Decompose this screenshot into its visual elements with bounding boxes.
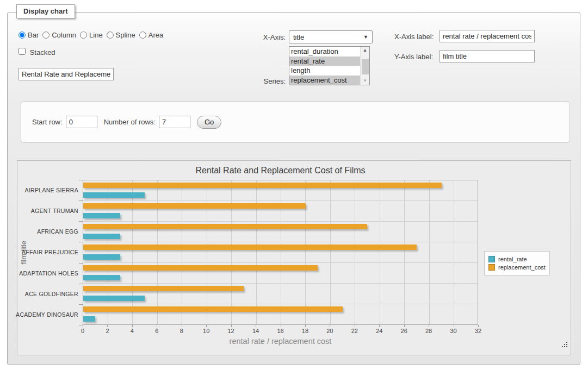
- num-rows-input[interactable]: [159, 116, 190, 128]
- chart-type-radio-input-spline[interactable]: [107, 32, 114, 39]
- chart-type-radio-input-line[interactable]: [80, 32, 87, 39]
- stacked-label-text: Stacked: [30, 48, 55, 57]
- bar-rental_rate: [83, 254, 120, 260]
- bar-replacement_cost: [83, 244, 417, 250]
- x-tick-label: 12: [228, 328, 234, 334]
- x-tick-label: 16: [277, 328, 283, 334]
- category-label: AFRICAN EGG: [17, 221, 78, 242]
- series-scrollbar[interactable]: ▲ ▼: [360, 47, 369, 85]
- y-axis-label-input[interactable]: [440, 50, 535, 62]
- category-label: AFFAIR PREJUDICE: [17, 242, 78, 262]
- stacked-checkbox-label[interactable]: Stacked: [18, 48, 55, 57]
- category-label: AGENT TRUMAN: [17, 200, 78, 221]
- x-tick-mark: [157, 325, 157, 327]
- plot-area: [83, 180, 478, 325]
- bar-rental_rate: [83, 192, 145, 198]
- series-option-length[interactable]: length: [289, 66, 360, 76]
- x-tick-mark: [355, 325, 355, 327]
- bar-rental_rate: [83, 275, 120, 280]
- x-tick-label: 24: [376, 328, 382, 334]
- x-tick-label: 32: [475, 328, 481, 334]
- start-row-label: Start row:: [32, 118, 63, 126]
- x-axis-selected-value: title: [293, 33, 304, 41]
- display-chart-fieldset: Display chart BarColumnLineSplineArea St…: [7, 12, 580, 365]
- x-tick-label: 20: [326, 328, 333, 334]
- go-button[interactable]: Go: [197, 116, 221, 129]
- chart-type-radio-input-area[interactable]: [139, 32, 146, 39]
- chart-type-radio-line[interactable]: Line: [80, 31, 103, 39]
- y-tick-mark: [79, 263, 83, 264]
- scroll-down-icon[interactable]: ▼: [361, 77, 369, 85]
- x-tick-label: 4: [131, 328, 134, 334]
- x-tick-label: 14: [252, 328, 259, 334]
- x-tick-mark: [379, 325, 380, 327]
- chart-type-radio-group: BarColumnLineSplineArea: [18, 29, 167, 40]
- bar-rental_rate: [83, 234, 120, 239]
- chart-type-radio-spline[interactable]: Spline: [107, 31, 135, 39]
- category-label: ACE GOLDFINGER: [17, 284, 78, 304]
- chart-panel: Rental Rate and Replacement Cost of Film…: [17, 160, 571, 355]
- x-axis-label-label: X-Axis label:: [394, 33, 434, 41]
- x-tick-mark: [404, 325, 405, 327]
- chart-type-radio-text: Area: [148, 31, 163, 39]
- num-rows-label: Number of rows:: [104, 118, 156, 126]
- x-tick-label: 28: [425, 328, 432, 334]
- bar-rental_rate: [83, 316, 95, 322]
- plot-row: [83, 263, 478, 284]
- bar-replacement_cost: [83, 183, 442, 188]
- scrollbar-thumb[interactable]: [362, 59, 369, 74]
- x-tick-mark: [107, 325, 108, 327]
- resize-handle-icon[interactable]: [562, 342, 568, 348]
- series-options: rental_durationrental_ratelengthreplacem…: [289, 47, 360, 85]
- x-tick-label: 22: [351, 328, 358, 334]
- legend-entry: replacement_cost: [488, 264, 546, 271]
- chart-title-input[interactable]: [18, 68, 114, 80]
- chevron-down-icon: ▼: [363, 34, 368, 40]
- x-tick-mark: [454, 325, 454, 327]
- series-list-label: Series:: [247, 77, 286, 85]
- series-option-replacement_cost[interactable]: replacement_cost: [289, 76, 360, 85]
- start-row-input[interactable]: [66, 116, 97, 128]
- x-tick-mark: [478, 325, 479, 327]
- plot-row: [83, 201, 478, 222]
- legend-label: rental_rate: [498, 256, 527, 262]
- x-tick-label: 30: [450, 328, 456, 334]
- chart-type-radio-text: Spline: [116, 31, 135, 39]
- plot-row: [83, 242, 478, 263]
- x-tick-label: 8: [180, 328, 183, 334]
- series-listbox[interactable]: rental_durationrental_ratelengthreplacem…: [289, 46, 370, 85]
- series-option-rental_duration[interactable]: rental_duration: [289, 47, 360, 57]
- chart-type-radio-input-column[interactable]: [42, 32, 49, 39]
- legend-entry: rental_rate: [488, 256, 546, 262]
- x-tick-label: 2: [106, 328, 109, 334]
- x-tick-mark: [132, 325, 133, 327]
- chart-title: Rental Rate and Replacement Cost of Film…: [17, 166, 543, 175]
- x-tick-label: 6: [155, 328, 158, 334]
- bar-replacement_cost: [83, 265, 318, 271]
- chart-legend: rental_ratereplacement_cost: [484, 251, 550, 275]
- stacked-checkbox[interactable]: [18, 48, 26, 55]
- bar-replacement_cost: [83, 286, 244, 291]
- chart-type-radio-text: Line: [89, 31, 103, 39]
- scroll-up-icon[interactable]: ▲: [361, 47, 369, 54]
- x-axis-label-input[interactable]: [440, 30, 535, 42]
- category-label: ADAPTATION HOLES: [17, 263, 78, 284]
- bar-replacement_cost: [83, 203, 306, 209]
- legend-swatch-replacement_cost: [488, 264, 495, 271]
- chart-type-radio-area[interactable]: Area: [139, 31, 163, 39]
- chart-type-radio-column[interactable]: Column: [42, 31, 76, 39]
- y-tick-mark: [79, 325, 83, 325]
- x-tick-mark: [182, 325, 182, 327]
- chart-type-radio-bar[interactable]: Bar: [18, 31, 39, 39]
- x-tick-mark: [83, 325, 83, 327]
- y-axis-label-label: Y-Axis label:: [394, 53, 433, 61]
- legend-swatch-rental_rate: [488, 256, 495, 262]
- x-axis-select[interactable]: title ▼: [289, 30, 373, 43]
- bar-replacement_cost: [83, 306, 343, 312]
- y-tick-mark: [79, 284, 83, 284]
- series-option-rental_rate[interactable]: rental_rate: [289, 57, 360, 66]
- y-tick-mark: [79, 304, 83, 305]
- chart-type-radio-input-bar[interactable]: [18, 32, 26, 39]
- bar-rental_rate: [83, 296, 145, 301]
- plot-row: [83, 222, 478, 242]
